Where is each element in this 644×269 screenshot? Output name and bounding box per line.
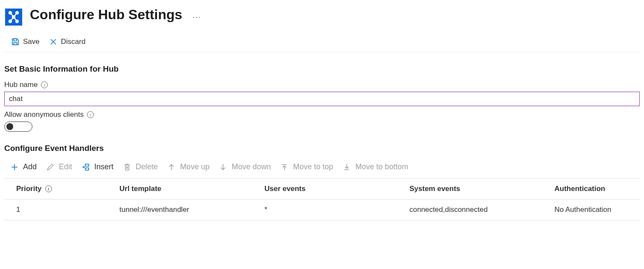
col-header-system[interactable]: System events <box>405 179 550 200</box>
more-actions-button[interactable]: ··· <box>190 11 204 23</box>
moveup-button[interactable]: Move up <box>167 162 209 171</box>
arrow-bottom-icon <box>342 163 351 171</box>
table-header-row: Priority i Url template User events Syst… <box>4 179 640 200</box>
allow-anon-toggle[interactable] <box>4 121 32 132</box>
hubname-input[interactable] <box>4 92 640 106</box>
pencil-icon <box>46 163 55 171</box>
command-bar: Save Discard <box>4 33 640 52</box>
col-header-auth[interactable]: Authentication <box>550 179 640 200</box>
discard-button[interactable]: Discard <box>46 37 88 47</box>
event-handlers-toolbar: Add Edit Insert Delete Move up Move <box>4 160 640 176</box>
service-icon <box>5 9 22 26</box>
add-button[interactable]: Add <box>10 162 37 171</box>
toggle-knob <box>6 123 13 130</box>
delete-label: Delete <box>136 162 158 171</box>
allow-anon-label: Allow anonymous clients <box>4 110 84 119</box>
section-heading-basic: Set Basic Information for Hub <box>4 64 640 74</box>
info-icon[interactable]: i <box>87 111 94 118</box>
hubname-label-row: Hub name i <box>4 81 640 89</box>
movedown-label: Move down <box>232 162 271 171</box>
moveup-label: Move up <box>180 162 209 171</box>
movetop-button[interactable]: Move to top <box>280 162 333 171</box>
insert-icon <box>81 163 90 171</box>
edit-label: Edit <box>59 162 72 171</box>
info-icon[interactable]: i <box>45 185 52 192</box>
save-button[interactable]: Save <box>9 37 42 47</box>
allow-anon-label-row: Allow anonymous clients i <box>4 110 640 119</box>
close-icon <box>49 38 58 46</box>
save-label: Save <box>23 38 40 46</box>
col-header-priority[interactable]: Priority i <box>4 179 115 200</box>
event-handlers-table: Priority i Url template User events Syst… <box>4 178 640 220</box>
cell-system: connected,disconnected <box>405 200 550 220</box>
movetop-label: Move to top <box>293 162 333 171</box>
table-row[interactable]: 1 tunnel:///eventhandler * connected,dis… <box>4 200 640 220</box>
add-label: Add <box>23 162 37 171</box>
col-header-user[interactable]: User events <box>260 179 405 200</box>
cell-user: * <box>260 200 405 220</box>
edit-button[interactable]: Edit <box>46 162 72 171</box>
plus-icon <box>10 163 19 171</box>
movebottom-button[interactable]: Move to bottom <box>342 162 408 171</box>
info-icon[interactable]: i <box>41 81 48 88</box>
movebottom-label: Move to bottom <box>355 162 408 171</box>
cell-auth: No Authentication <box>550 200 640 220</box>
svg-rect-7 <box>14 43 17 45</box>
hubname-label: Hub name <box>4 81 38 89</box>
col-header-priority-label: Priority <box>16 185 42 193</box>
arrow-up-icon <box>167 163 176 171</box>
trash-icon <box>123 163 131 171</box>
col-header-url[interactable]: Url template <box>115 179 260 200</box>
arrow-down-icon <box>219 163 227 171</box>
discard-label: Discard <box>61 38 86 46</box>
page-title: Configure Hub Settings <box>30 7 182 23</box>
delete-button[interactable]: Delete <box>123 162 158 171</box>
cell-priority: 1 <box>4 200 115 220</box>
save-icon <box>11 38 20 46</box>
section-heading-eventhandlers: Configure Event Handlers <box>4 144 640 153</box>
arrow-top-icon <box>280 163 289 171</box>
svg-rect-8 <box>85 164 89 166</box>
movedown-button[interactable]: Move down <box>219 162 271 171</box>
insert-button[interactable]: Insert <box>81 162 113 171</box>
svg-rect-9 <box>85 168 89 170</box>
insert-label: Insert <box>94 162 113 171</box>
cell-url: tunnel:///eventhandler <box>115 200 260 220</box>
svg-rect-6 <box>14 39 17 41</box>
